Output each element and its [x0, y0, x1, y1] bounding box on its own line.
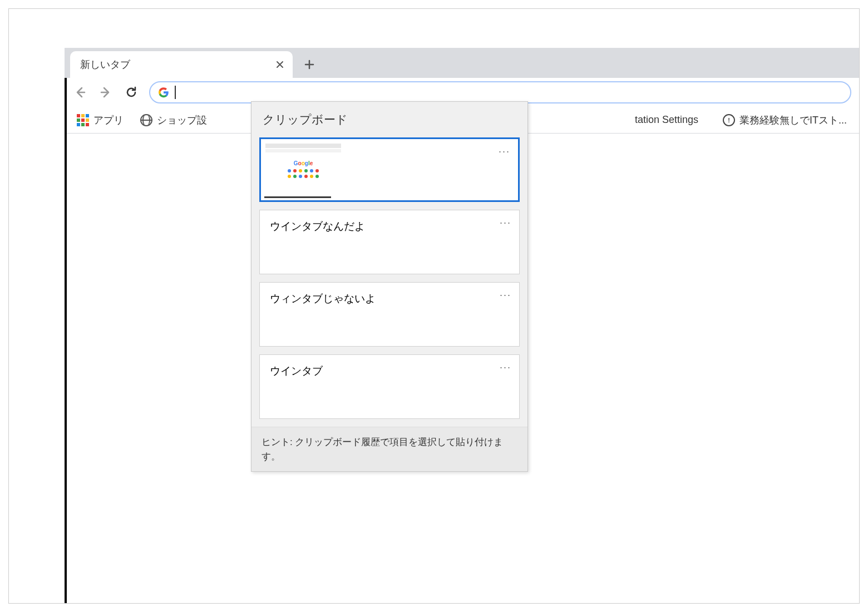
globe-icon	[140, 114, 152, 126]
kebab-icon[interactable]: ···	[500, 217, 511, 229]
clipboard-item-text: ウインタブなんだよ	[270, 220, 365, 232]
settings-label: tation Settings	[635, 114, 698, 126]
settings-bookmark[interactable]: tation Settings	[629, 112, 704, 128]
kebab-icon[interactable]: ···	[500, 362, 511, 373]
shop-bookmark[interactable]: ショップ設	[135, 111, 213, 129]
tab-strip: 新しいタブ	[65, 48, 859, 78]
kebab-icon[interactable]: ···	[500, 289, 511, 301]
reload-button[interactable]	[124, 85, 139, 100]
apps-bookmark[interactable]: アプリ	[71, 111, 129, 129]
close-tab-icon[interactable]	[275, 60, 285, 70]
tab-title: 新しいタブ	[80, 58, 130, 71]
active-tab[interactable]: 新しいタブ	[70, 51, 293, 78]
clipboard-title: クリップボード	[251, 102, 527, 137]
window-left-edge	[65, 48, 67, 603]
clipboard-item[interactable]: ウインタブなんだよ ···	[259, 210, 520, 274]
new-tab-button[interactable]	[299, 55, 319, 75]
omnibox[interactable]	[149, 81, 851, 103]
google-g-icon	[158, 87, 169, 98]
clipboard-hint: ヒント: クリップボード履歴で項目を選択して貼り付けます。	[251, 427, 527, 471]
clipboard-item[interactable]: ウインタブ ···	[259, 354, 520, 419]
shop-label: ショップ設	[157, 113, 207, 127]
browser-window: 新しいタブ	[65, 48, 859, 603]
forward-button[interactable]	[98, 85, 114, 100]
text-cursor	[175, 86, 176, 99]
clipboard-item-text: ウインタブ	[270, 365, 323, 377]
clipboard-panel: クリップボード Google ··· ウインタブなんだよ	[251, 101, 528, 472]
kebab-icon[interactable]: ···	[499, 146, 510, 157]
clipboard-list: Google ··· ウインタブなんだよ ··· ウィンタブじゃないよ	[251, 137, 527, 427]
it-bookmark[interactable]: ! 業務経験無しでITスト...	[717, 111, 852, 129]
clipboard-thumbnail: Google	[264, 142, 342, 198]
apps-label: アプリ	[93, 113, 124, 127]
apps-grid-icon	[77, 114, 89, 126]
back-button[interactable]	[72, 85, 88, 100]
it-label: 業務経験無しでITスト...	[739, 113, 847, 127]
clipboard-item[interactable]: Google ···	[259, 137, 520, 202]
clipboard-item[interactable]: ウィンタブじゃないよ ···	[259, 282, 520, 347]
key-icon: !	[723, 114, 735, 126]
clipboard-item-text: ウィンタブじゃないよ	[270, 293, 376, 304]
